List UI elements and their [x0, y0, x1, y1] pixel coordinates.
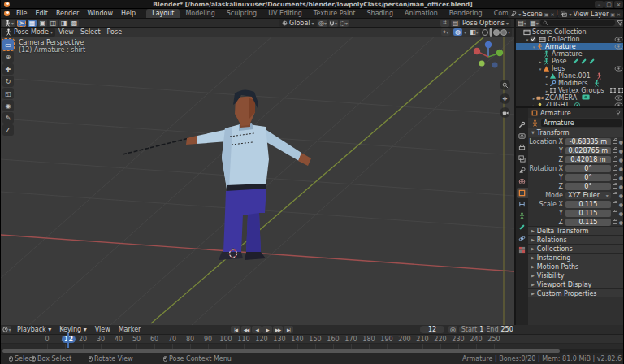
bone-icon[interactable]: [580, 58, 587, 65]
vgroup-icon[interactable]: [609, 87, 617, 94]
current-frame-field[interactable]: 12: [420, 326, 444, 333]
blender-menu-icon[interactable]: [3, 10, 11, 17]
object-name-field[interactable]: Armature: [541, 119, 622, 127]
scale-tool[interactable]: ◱: [2, 88, 14, 99]
animate-dot-icon[interactable]: ●: [619, 166, 623, 171]
animate-dot-icon[interactable]: ●: [619, 175, 623, 180]
lock-icon[interactable]: [613, 211, 618, 215]
outliner-item-collection[interactable]: ▾Collection: [516, 36, 624, 43]
animate-dot-icon[interactable]: ●: [619, 219, 623, 225]
scene-selector[interactable]: ▾ Scene ▣ ×: [508, 10, 557, 18]
properties-tab-scene[interactable]: [517, 165, 528, 176]
visibility-eye-icon[interactable]: [614, 95, 623, 101]
properties-tab-output[interactable]: [517, 142, 528, 153]
timeline-menu-keying[interactable]: Keying ▾: [55, 326, 90, 333]
outliner-search-input[interactable]: [540, 20, 615, 26]
solid-shading-button[interactable]: [489, 28, 492, 36]
select-mode-3-button[interactable]: ◫: [49, 20, 58, 27]
play-button[interactable]: ▶: [262, 326, 272, 333]
panel-instancing[interactable]: ▶Instancing: [528, 253, 624, 262]
panel-custom-properties[interactable]: ▶Custom Properties: [528, 288, 624, 297]
properties-tab-view-layer[interactable]: [517, 154, 528, 164]
new-view-layer-button[interactable]: ▣: [610, 11, 615, 17]
annotate-tool[interactable]: ✎: [2, 112, 14, 124]
transform-panel-header[interactable]: ▼ Transform: [528, 128, 624, 136]
visibility-eye-icon[interactable]: [614, 37, 623, 42]
outliner-item-scene-collection[interactable]: Scene Collection: [516, 28, 624, 36]
bone-icon[interactable]: [572, 58, 579, 65]
transform-value-field[interactable]: 0.115: [566, 219, 611, 226]
overlays-toggle-button[interactable]: ◍: [453, 28, 462, 36]
animate-dot-icon[interactable]: ●: [619, 139, 623, 145]
outliner-item-plane-001[interactable]: ▸Plane.001: [516, 72, 624, 80]
panel-relations[interactable]: ▶Relations: [528, 235, 624, 244]
workspace-tab-rendering[interactable]: Rendering: [444, 9, 488, 18]
lock-icon[interactable]: [613, 176, 618, 180]
transform-value-field[interactable]: 0.115: [566, 210, 611, 217]
new-scene-button[interactable]: ▣: [544, 11, 549, 17]
run-icon[interactable]: [593, 80, 600, 87]
transform-value-field[interactable]: 0°: [566, 165, 611, 172]
lock-icon[interactable]: [613, 158, 618, 162]
lock-icon[interactable]: [613, 184, 618, 188]
timeline-track-area[interactable]: [1, 344, 624, 349]
workspace-tab-shading[interactable]: Shading: [361, 9, 399, 18]
viewport-menu-pose[interactable]: Pose: [104, 28, 126, 36]
panel-visibility[interactable]: ▶Visibility: [528, 271, 624, 280]
lock-icon[interactable]: [613, 193, 618, 197]
outliner-item-legs[interactable]: ▾legs: [516, 65, 624, 72]
properties-tab-data[interactable]: [517, 210, 528, 221]
animate-dot-icon[interactable]: ●: [619, 202, 623, 207]
transform-value-field[interactable]: 0°: [566, 174, 611, 181]
material-shading-button[interactable]: [493, 29, 500, 36]
workspace-tab-sculpting[interactable]: Sculpting: [221, 9, 262, 18]
select-mode-1-button[interactable]: ▦: [28, 20, 37, 27]
move-view-button[interactable]: ✥: [500, 93, 510, 104]
minimize-button[interactable]: –: [595, 1, 604, 8]
animate-dot-icon[interactable]: ●: [619, 157, 623, 162]
properties-tab-world[interactable]: [517, 176, 528, 187]
wireframe-shading-button[interactable]: [482, 29, 488, 36]
animate-dot-icon[interactable]: ●: [619, 210, 623, 216]
filter-funnel-icon[interactable]: [617, 20, 623, 26]
animate-dot-icon[interactable]: ●: [619, 193, 623, 198]
auto-keying-button[interactable]: ◎: [448, 326, 457, 333]
select-mode-2-button[interactable]: ▣: [38, 20, 47, 27]
transform-value-field[interactable]: 0.42018 m: [566, 156, 611, 163]
workspace-tab-layout[interactable]: Layout: [146, 9, 180, 18]
properties-tab-texture[interactable]: [517, 245, 528, 255]
proportional-edit-button[interactable]: ◌▾: [340, 20, 349, 27]
viewport-menu-select[interactable]: Select: [77, 28, 104, 36]
pivot-point-dropdown[interactable]: ◎▾: [318, 20, 327, 27]
maximize-button[interactable]: ▢: [604, 1, 613, 8]
zoom-view-button[interactable]: [500, 80, 510, 90]
select-mode-4-button[interactable]: ◨: [59, 20, 68, 27]
mode-icon-dropdown[interactable]: ▾: [2, 20, 15, 27]
lock-icon[interactable]: [613, 149, 618, 153]
menu-window[interactable]: Window: [83, 10, 117, 17]
active-tool-button[interactable]: ➤: [17, 20, 26, 27]
close-view-layer-button[interactable]: ×: [617, 11, 621, 17]
lock-icon[interactable]: [613, 167, 618, 171]
checkbox-icon[interactable]: [530, 36, 537, 43]
workspace-tab-texture-paint[interactable]: Texture Paint: [308, 9, 362, 18]
viewport-canvas[interactable]: Camera Perspective (12) Armature : shirt…: [1, 37, 514, 325]
next-key-button[interactable]: ▶▶: [273, 326, 283, 333]
panel-collections[interactable]: ▶Collections: [528, 244, 624, 253]
close-button[interactable]: ×: [614, 1, 623, 8]
options-icon[interactable]: ▤: [451, 20, 460, 27]
properties-tab-object[interactable]: [517, 188, 528, 198]
workspace-tab-animation[interactable]: Animation: [399, 9, 444, 18]
mod-person-icon[interactable]: [596, 72, 603, 80]
frame-end-field[interactable]: End250: [488, 326, 512, 333]
move-tool[interactable]: ✚: [2, 63, 14, 75]
transform-tool[interactable]: ◉: [2, 100, 14, 111]
prev-key-button[interactable]: ◀◀: [241, 326, 251, 333]
camera-view-button[interactable]: [500, 107, 510, 118]
transforms-pivot-icon[interactable]: ⌗: [440, 20, 449, 27]
timeline-menu-marker[interactable]: Marker: [115, 326, 145, 333]
workspace-tab-modeling[interactable]: Modeling: [180, 9, 220, 18]
play-reverse-button[interactable]: ◀: [252, 326, 262, 333]
animate-dot-icon[interactable]: ●: [619, 184, 623, 189]
visibility-eye-icon[interactable]: [614, 44, 623, 50]
